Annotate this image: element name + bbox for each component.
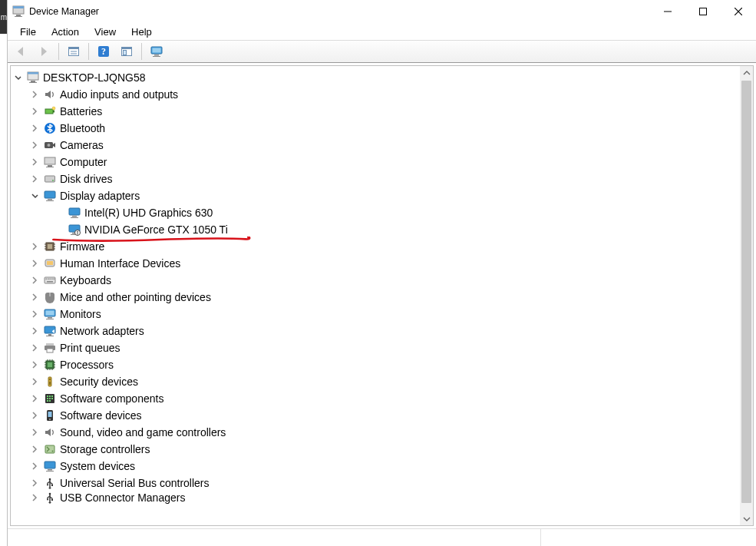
maximize-button[interactable] — [685, 0, 721, 23]
tree-node-network-adapters[interactable]: Network adapters — [31, 323, 740, 339]
tree-leaf-nvidia-geforce-gtx-1050-ti[interactable]: NVIDIA GeForce GTX 1050 Ti — [55, 221, 740, 238]
svg-rect-40 — [72, 216, 77, 217]
camera-icon — [43, 139, 57, 151]
svg-rect-116 — [51, 499, 53, 501]
expand-icon[interactable] — [31, 429, 41, 436]
svg-rect-108 — [46, 471, 54, 472]
svg-rect-91 — [49, 382, 51, 385]
monitor-icon — [43, 308, 57, 320]
speaker-icon — [43, 426, 57, 438]
svg-point-30 — [48, 144, 51, 147]
tree-node-label: Disk drives — [60, 170, 112, 187]
expand-icon[interactable] — [31, 124, 41, 132]
tree-node-display-adapters[interactable]: Display adapters — [31, 187, 740, 204]
expand-icon[interactable] — [31, 260, 41, 267]
tree-node-cameras[interactable]: Cameras — [31, 137, 740, 154]
tree-node-batteries[interactable]: Batteries — [31, 103, 740, 120]
expand-icon[interactable] — [31, 158, 41, 166]
expand-icon[interactable] — [31, 462, 41, 470]
tree-node-processors[interactable]: Processors — [31, 356, 740, 373]
tree-node-monitors[interactable]: Monitors — [31, 306, 740, 323]
tree-node-usb-connector-managers[interactable]: USB Connector Managers — [31, 491, 740, 504]
show-hidden-icon[interactable] — [64, 41, 84, 61]
monitor-icon[interactable] — [147, 41, 167, 61]
menu-item-help[interactable]: Help — [124, 25, 160, 39]
vertical-scrollbar[interactable] — [740, 66, 753, 525]
expand-icon[interactable] — [31, 175, 41, 183]
svg-rect-22 — [28, 72, 38, 74]
minimize-button[interactable] — [650, 0, 685, 23]
device-tree[interactable]: DESKTOP-LJQNG58Audio inputs and outputsB… — [11, 66, 740, 525]
tree-node-label: Display adapters — [60, 187, 140, 204]
tree-node-audio-inputs-and-outputs[interactable]: Audio inputs and outputs — [31, 86, 740, 103]
expand-icon[interactable] — [31, 276, 41, 284]
svg-rect-25 — [45, 109, 53, 114]
tree-node-software-devices[interactable]: Software devices — [31, 407, 740, 424]
menu-item-view[interactable]: View — [87, 25, 124, 39]
title-icon — [12, 5, 25, 18]
svg-point-27 — [52, 107, 55, 110]
expand-icon[interactable] — [31, 412, 41, 419]
scroll-up-button[interactable] — [740, 66, 753, 79]
svg-rect-19 — [154, 55, 159, 56]
tree-node-print-queues[interactable]: Print queues — [31, 339, 740, 356]
expand-icon[interactable] — [31, 494, 41, 501]
forward-icon[interactable] — [34, 41, 54, 61]
tree-node-root[interactable]: DESKTOP-LJQNG58 — [14, 69, 740, 86]
collapse-icon[interactable] — [31, 192, 41, 200]
expand-icon[interactable] — [31, 479, 41, 487]
tree-node-mice-and-other-pointing-devices[interactable]: Mice and other pointing devices — [31, 289, 740, 306]
expand-icon[interactable] — [31, 395, 41, 402]
expand-icon[interactable] — [31, 310, 41, 318]
expand-icon[interactable] — [31, 293, 41, 301]
expand-icon[interactable] — [31, 91, 41, 98]
tree-node-security-devices[interactable]: Security devices — [31, 373, 740, 390]
svg-rect-70 — [48, 334, 51, 336]
svg-rect-95 — [51, 395, 53, 397]
expand-icon[interactable] — [31, 361, 41, 369]
close-button[interactable] — [721, 0, 756, 23]
expand-icon[interactable] — [31, 243, 41, 250]
expand-icon[interactable] — [31, 378, 41, 386]
scroll-down-button[interactable] — [740, 512, 753, 525]
tree-node-firmware[interactable]: Firmware — [31, 238, 740, 255]
bluetooth-icon — [43, 122, 57, 134]
tree-node-disk-drives[interactable]: Disk drives — [31, 170, 740, 187]
tree-node-software-components[interactable]: Software components — [31, 390, 740, 407]
expand-icon[interactable] — [31, 344, 41, 352]
collapse-icon[interactable] — [14, 74, 25, 81]
tree-leaf-intel-r-uhd-graphics-630[interactable]: Intel(R) UHD Graphics 630 — [55, 204, 740, 221]
tree-node-storage-controllers[interactable]: Storage controllers — [31, 441, 740, 458]
scan-icon[interactable] — [117, 41, 137, 61]
scroll-track[interactable] — [740, 79, 753, 512]
network-icon — [43, 325, 57, 337]
tree-node-keyboards[interactable]: Keyboards — [31, 272, 740, 289]
tree-node-computer[interactable]: Computer — [31, 154, 740, 170]
disk-icon — [43, 173, 57, 185]
menu-item-action[interactable]: Action — [44, 25, 87, 39]
computer-root-icon — [26, 71, 40, 84]
tree-node-label: USB Connector Managers — [60, 491, 185, 504]
tree-node-human-interface-devices[interactable]: Human Interface Devices — [31, 255, 740, 272]
tree-node-label: Cameras — [60, 137, 104, 154]
expand-icon[interactable] — [31, 141, 41, 149]
statusbar — [8, 528, 756, 546]
svg-point-105 — [52, 451, 54, 452]
back-icon[interactable] — [11, 41, 31, 61]
tree-node-label: Mice and other pointing devices — [60, 289, 211, 306]
tree-node-universal-serial-bus-controllers[interactable]: Universal Serial Bus controllers — [31, 475, 740, 491]
expand-icon[interactable] — [31, 108, 41, 115]
expand-icon[interactable] — [31, 445, 41, 453]
titlebar[interactable]: Device Manager — [8, 0, 756, 23]
expand-icon[interactable] — [31, 327, 41, 335]
svg-point-111 — [47, 485, 48, 486]
scroll-thumb[interactable] — [741, 81, 751, 503]
tree-node-system-devices[interactable]: System devices — [31, 458, 740, 475]
svg-rect-99 — [47, 400, 48, 402]
toolbar: ? — [8, 40, 756, 63]
menu-item-file[interactable]: File — [12, 25, 44, 39]
tree-node-bluetooth[interactable]: Bluetooth — [31, 120, 740, 137]
svg-rect-68 — [46, 319, 54, 319]
help-icon[interactable]: ? — [94, 41, 114, 61]
tree-node-sound-video-and-game-controllers[interactable]: Sound, video and game controllers — [31, 424, 740, 441]
